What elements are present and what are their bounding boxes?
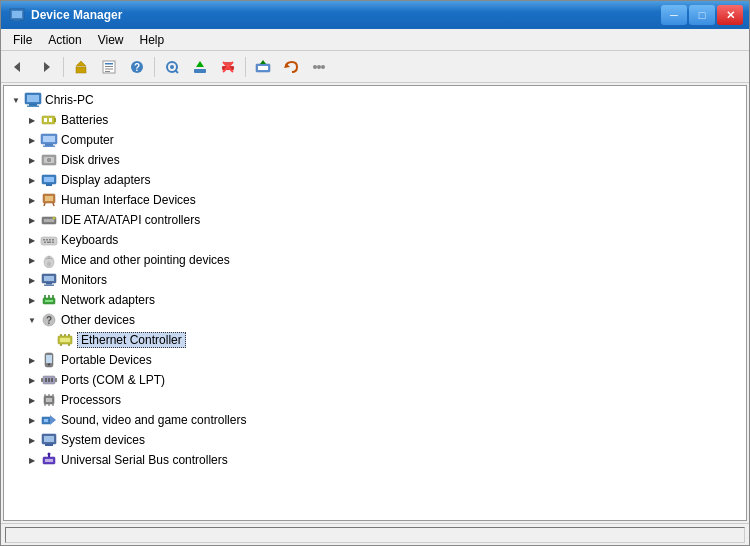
scan-button[interactable] <box>159 55 185 79</box>
menu-help[interactable]: Help <box>132 31 173 49</box>
maximize-button[interactable]: □ <box>689 5 715 25</box>
title-bar: Device Manager ─ □ ✕ <box>1 1 749 29</box>
icon-chris-pc <box>24 92 42 108</box>
device-tree[interactable]: Chris-PC Batteries <box>3 85 747 521</box>
close-button[interactable]: ✕ <box>717 5 743 25</box>
expander-computer[interactable] <box>24 132 40 148</box>
menu-view[interactable]: View <box>90 31 132 49</box>
extra-button[interactable] <box>306 55 332 79</box>
toolbar: ? <box>1 51 749 83</box>
tree-item-sound-video[interactable]: Sound, video and game controllers <box>4 410 746 430</box>
svg-rect-35 <box>54 118 56 122</box>
tree-item-batteries[interactable]: Batteries <box>4 110 746 130</box>
svg-marker-4 <box>44 62 50 72</box>
icon-ethernet-controller <box>56 332 74 348</box>
back-button[interactable] <box>5 55 31 79</box>
status-bar <box>1 523 749 545</box>
svg-rect-92 <box>48 378 50 382</box>
svg-rect-86 <box>46 355 52 363</box>
expander-placeholder-ethernet <box>40 332 56 348</box>
title-bar-left: Device Manager <box>9 7 122 23</box>
menu-action[interactable]: Action <box>40 31 89 49</box>
icon-ports <box>40 372 58 388</box>
tree-item-human-interface[interactable]: Human Interface Devices <box>4 190 746 210</box>
minimize-button[interactable]: ─ <box>661 5 687 25</box>
label-usb: Universal Serial Bus controllers <box>61 453 228 467</box>
update-driver-button[interactable] <box>187 55 213 79</box>
expander-network-adapters[interactable] <box>24 292 40 308</box>
tree-item-disk-drives[interactable]: Disk drives <box>4 150 746 170</box>
expander-mice[interactable] <box>24 252 40 268</box>
tree-item-ports[interactable]: Ports (COM & LPT) <box>4 370 746 390</box>
svg-marker-6 <box>76 61 86 66</box>
tree-item-processors[interactable]: Processors <box>4 390 746 410</box>
svg-rect-17 <box>194 69 206 73</box>
expander-system-devices[interactable] <box>24 432 40 448</box>
title-text: Device Manager <box>31 8 122 22</box>
forward-button[interactable] <box>33 55 59 79</box>
expander-disk-drives[interactable] <box>24 152 40 168</box>
expander-display-adapters[interactable] <box>24 172 40 188</box>
tree-item-display-adapters[interactable]: Display adapters <box>4 170 746 190</box>
expander-human-interface[interactable] <box>24 192 40 208</box>
label-processors: Processors <box>61 393 121 407</box>
expander-other-devices[interactable] <box>24 312 40 328</box>
up-button[interactable] <box>68 55 94 79</box>
expander-batteries[interactable] <box>24 112 40 128</box>
svg-point-45 <box>48 159 50 161</box>
svg-rect-9 <box>105 66 113 67</box>
tree-item-computer[interactable]: Computer <box>4 130 746 150</box>
svg-text:?: ? <box>46 315 52 326</box>
expander-processors[interactable] <box>24 392 40 408</box>
tree-item-monitors[interactable]: Monitors <box>4 270 746 290</box>
svg-point-55 <box>53 217 56 220</box>
expander-portable-devices[interactable] <box>24 352 40 368</box>
label-ports: Ports (COM & LPT) <box>61 373 165 387</box>
expander-ports[interactable] <box>24 372 40 388</box>
icon-computer <box>40 132 58 148</box>
help-button[interactable]: ? <box>124 55 150 79</box>
tree-item-mice[interactable]: Mice and other pointing devices <box>4 250 746 270</box>
expander-usb[interactable] <box>24 452 40 468</box>
tree-item-chris-pc[interactable]: Chris-PC <box>4 90 746 110</box>
tree-item-usb[interactable]: Universal Serial Bus controllers <box>4 450 746 470</box>
svg-rect-79 <box>60 338 70 342</box>
tree-item-portable-devices[interactable]: Portable Devices <box>4 350 746 370</box>
menu-bar: File Action View Help <box>1 29 749 51</box>
svg-rect-57 <box>43 239 45 241</box>
svg-rect-54 <box>44 219 54 222</box>
icon-portable-devices <box>40 352 58 368</box>
svg-rect-89 <box>41 378 43 382</box>
svg-rect-5 <box>76 67 86 73</box>
rollback-button[interactable] <box>278 55 304 79</box>
toolbar-sep-1 <box>63 57 64 77</box>
main-content: Chris-PC Batteries <box>1 83 749 523</box>
svg-rect-63 <box>52 242 54 244</box>
driver-update-button[interactable] <box>250 55 276 79</box>
tree-item-network-adapters[interactable]: Network adapters <box>4 290 746 310</box>
label-system-devices: System devices <box>61 433 145 447</box>
tree-item-other-devices[interactable]: ? Other devices <box>4 310 746 330</box>
svg-line-51 <box>44 203 45 206</box>
toolbar-sep-3 <box>245 57 246 77</box>
icon-ide-ata <box>40 212 58 228</box>
tree-item-system-devices[interactable]: System devices <box>4 430 746 450</box>
expander-sound-video[interactable] <box>24 412 40 428</box>
expander-monitors[interactable] <box>24 272 40 288</box>
uninstall-button[interactable] <box>215 55 241 79</box>
expander-keyboards[interactable] <box>24 232 40 248</box>
svg-rect-93 <box>51 378 53 382</box>
svg-rect-41 <box>43 146 55 148</box>
tree-item-ide-ata[interactable]: IDE ATA/ATAPI controllers <box>4 210 746 230</box>
tree-item-ethernet-controller[interactable]: Ethernet Controller <box>4 330 746 350</box>
svg-rect-61 <box>44 242 46 244</box>
status-text <box>5 527 745 543</box>
menu-file[interactable]: File <box>5 31 40 49</box>
expander-chris-pc[interactable] <box>8 92 24 108</box>
properties-button[interactable] <box>96 55 122 79</box>
svg-rect-107 <box>45 444 53 446</box>
expander-ide-ata[interactable] <box>24 212 40 228</box>
label-ethernet-controller: Ethernet Controller <box>77 332 186 348</box>
tree-item-keyboards[interactable]: Keyboards <box>4 230 746 250</box>
svg-point-66 <box>47 262 51 267</box>
